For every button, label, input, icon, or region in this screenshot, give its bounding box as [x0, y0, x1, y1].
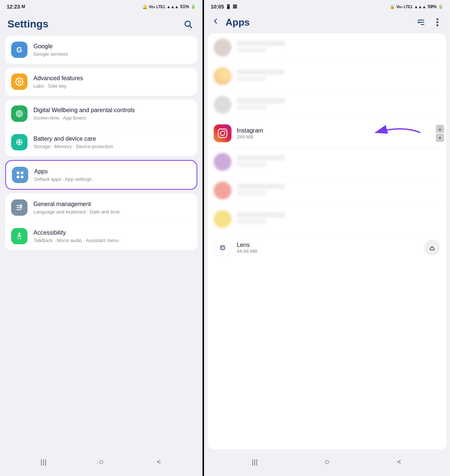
- list-item-instagram[interactable]: Instagram 289 MB ▲: [208, 119, 446, 148]
- lens-size: 44.68 MB: [237, 248, 419, 254]
- general-subtitle: Language and keyboard · Date and time: [33, 209, 191, 215]
- home-btn[interactable]: ○: [95, 455, 108, 469]
- advanced-subtitle: Labs · Side key: [33, 83, 191, 89]
- search-button[interactable]: [181, 17, 195, 31]
- battery-title: Battery and device care: [33, 135, 191, 143]
- google-text: Google Google services: [33, 43, 191, 57]
- battery-right: 59%: [428, 4, 437, 9]
- svg-point-5: [19, 113, 20, 114]
- list-item[interactable]: [208, 176, 446, 205]
- back-btn[interactable]: <: [152, 455, 166, 469]
- svg-point-17: [19, 233, 20, 235]
- apps-header: Apps: [204, 12, 450, 33]
- apps-title: Apps: [34, 168, 191, 176]
- advanced-icon: [11, 74, 27, 90]
- scroll-down-btn[interactable]: ▼: [436, 134, 444, 142]
- app-icon-blurred6: [214, 210, 232, 228]
- lens-icon: [214, 239, 232, 257]
- svg-point-26: [220, 131, 225, 136]
- battery-text: Battery and device care Storage · Memory…: [33, 135, 191, 149]
- svg-rect-10: [17, 176, 19, 178]
- settings-item-advanced[interactable]: Advanced features Labs · Side key: [5, 68, 197, 96]
- google-title: Google: [33, 43, 191, 50]
- apps-back-button[interactable]: [210, 16, 221, 29]
- google-subtitle: Google services: [33, 51, 191, 57]
- general-title: General management: [33, 200, 191, 208]
- app-icon-blurred4: [214, 153, 232, 171]
- bottom-nav-left: ||| ○ <: [0, 449, 203, 476]
- settings-item-wellbeing[interactable]: Digital Wellbeing and parental controls …: [5, 100, 197, 128]
- settings-item-apps[interactable]: Apps Default apps · App settings: [6, 161, 197, 189]
- battery-icon: [11, 134, 27, 150]
- wellbeing-text: Digital Wellbeing and parental controls …: [33, 107, 191, 121]
- settings-header: Settings: [0, 12, 203, 36]
- apps-subtitle: Default apps · App settings: [34, 176, 191, 182]
- lens-name: Lens: [237, 242, 419, 248]
- settings-item-general[interactable]: General management Language and keyboard…: [5, 193, 197, 222]
- list-item[interactable]: [208, 91, 446, 119]
- svg-point-16: [20, 207, 22, 208]
- settings-item-battery[interactable]: Battery and device care Storage · Memory…: [5, 128, 197, 156]
- settings-card-apps: Apps Default apps · App settings: [5, 160, 197, 190]
- list-item-lens[interactable]: Lens 44.68 MB: [208, 234, 446, 262]
- list-item[interactable]: [208, 62, 446, 91]
- accessibility-text: Accessibility TalkBack · Mono audio · As…: [33, 229, 191, 243]
- back-btn-right[interactable]: <: [392, 455, 406, 469]
- instagram-icon: [214, 124, 232, 142]
- recent-apps-btn-right[interactable]: |||: [248, 455, 262, 469]
- list-item[interactable]: [208, 205, 446, 234]
- carrier-icon-left: M: [22, 4, 25, 9]
- svg-line-1: [190, 26, 192, 28]
- filter-search-button[interactable]: [414, 16, 428, 29]
- apps-page-title: Apps: [226, 17, 410, 28]
- list-item[interactable]: [208, 33, 446, 62]
- app-icon-blurred5: [214, 182, 232, 199]
- svg-point-0: [185, 21, 190, 26]
- svg-point-2: [18, 81, 20, 83]
- bottom-nav-right: ||| ○ <: [204, 449, 450, 476]
- svg-point-7: [18, 141, 20, 143]
- settings-card-advanced: Advanced features Labs · Side key: [5, 68, 197, 96]
- list-item[interactable]: [208, 148, 446, 176]
- status-bar-right: 10:05 📱 🖼 🔒 Vo₀ LTE1 ▲▲▲ 59% 🔋: [204, 0, 450, 12]
- instagram-size: 289 MB: [237, 134, 440, 140]
- apps-icon: [12, 167, 28, 183]
- app-icon-blurred1: [214, 39, 232, 56]
- wellbeing-icon: [11, 105, 27, 122]
- scroll-to-top-button[interactable]: [424, 239, 440, 256]
- svg-point-27: [224, 130, 226, 131]
- svg-rect-8: [17, 172, 19, 174]
- apps-scroll-area[interactable]: Instagram 289 MB ▲: [208, 33, 446, 449]
- battery-left: 51%: [180, 4, 189, 9]
- svg-point-24: [437, 25, 438, 26]
- general-icon: [11, 199, 27, 216]
- svg-point-29: [218, 243, 227, 252]
- instagram-name: Instagram: [237, 127, 440, 134]
- settings-item-accessibility[interactable]: Accessibility TalkBack · Mono audio · As…: [5, 222, 197, 250]
- home-btn-right[interactable]: ○: [320, 455, 334, 469]
- advanced-text: Advanced features Labs · Side key: [33, 75, 191, 89]
- recent-apps-btn[interactable]: |||: [37, 455, 51, 469]
- apps-text: Apps Default apps · App settings: [34, 168, 191, 182]
- app-icon-blurred3: [214, 96, 232, 114]
- settings-card-google: G Google Google services: [5, 36, 197, 64]
- scroll-up-btn[interactable]: ▲: [436, 125, 444, 133]
- wellbeing-subtitle: Screen time · App timers: [33, 115, 191, 121]
- advanced-title: Advanced features: [33, 75, 191, 82]
- status-icons-left: 🔔 Vo₀ LTE1 ▲▲▲ 51% 🔋: [142, 4, 196, 9]
- settings-item-google[interactable]: G Google Google services: [5, 36, 197, 64]
- left-phone: 12:23 M 🔔 Vo₀ LTE1 ▲▲▲ 51% 🔋 Settings: [0, 0, 203, 476]
- accessibility-title: Accessibility: [33, 229, 191, 237]
- time-left: 12:23: [7, 4, 20, 10]
- svg-point-21: [418, 22, 420, 23]
- wellbeing-title: Digital Wellbeing and parental controls: [33, 107, 191, 114]
- svg-rect-9: [21, 172, 23, 174]
- status-icons-right: 🔒 Vo₀ LTE1 ▲▲▲ 59% 🔋: [390, 4, 443, 9]
- svg-point-22: [437, 19, 438, 20]
- svg-point-23: [437, 22, 438, 23]
- svg-rect-25: [218, 129, 227, 137]
- right-phone: 10:05 📱 🖼 🔒 Vo₀ LTE1 ▲▲▲ 59% 🔋 Apps: [204, 0, 450, 476]
- more-options-button[interactable]: [431, 16, 444, 29]
- apps-header-actions: [414, 16, 444, 29]
- app-list: Instagram 289 MB ▲: [208, 33, 446, 262]
